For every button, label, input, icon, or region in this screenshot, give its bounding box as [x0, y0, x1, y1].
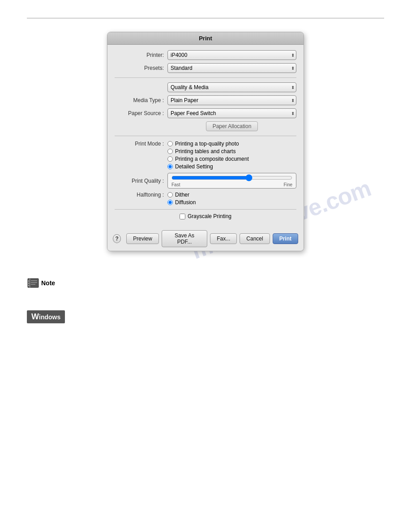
- radio-composite-label: Printing a composite document: [175, 156, 249, 162]
- paper-source-label: Paper Source :: [115, 110, 164, 116]
- note-icon-group: Note: [27, 278, 55, 288]
- printer-select[interactable]: iP4000: [167, 50, 296, 60]
- presets-select-container[interactable]: Standard ⬍: [167, 63, 296, 73]
- radio-dither-input[interactable]: [167, 192, 173, 197]
- fax-button[interactable]: Fax...: [210, 233, 237, 244]
- printer-control: iP4000 ⬍: [167, 50, 296, 60]
- slider-fine-label: Fine: [284, 182, 292, 187]
- dialog-separator: [115, 209, 296, 210]
- printer-select-container[interactable]: iP4000 ⬍: [167, 50, 296, 60]
- windows-label: indows: [39, 313, 60, 321]
- media-type-select[interactable]: Plain Paper: [167, 95, 296, 105]
- print-mode-label: Print Mode :: [115, 141, 164, 147]
- dialog-title: Print: [199, 35, 212, 42]
- dialog-wrapper: Print Printer: iP4000 ⬍: [0, 32, 411, 251]
- radio-top-quality-label: Printing a top-quality photo: [175, 141, 239, 147]
- print-quality-control: Fast Fine: [167, 173, 296, 189]
- paper-allocation-control: Paper Allocation: [167, 121, 296, 131]
- paper-allocation-row: Paper Allocation: [115, 121, 296, 131]
- radio-item-3: Printing a composite document: [167, 156, 249, 162]
- radio-dither: Dither: [167, 192, 196, 198]
- print-mode-radio-group: Printing a top-quality photo Printing ta…: [167, 141, 249, 170]
- svg-rect-2: [28, 280, 29, 282]
- media-type-row: Media Type : Plain Paper ⬍: [115, 95, 296, 105]
- help-button[interactable]: ?: [113, 234, 121, 243]
- windows-badge: W indows: [27, 310, 65, 323]
- media-type-select-container[interactable]: Plain Paper ⬍: [167, 95, 296, 105]
- paper-source-row: Paper Source : Paper Feed Switch ⬍: [115, 108, 296, 118]
- top-rule: [27, 18, 384, 18]
- quality-slider-container: Fast Fine: [167, 173, 296, 189]
- media-type-label: Media Type :: [115, 97, 164, 103]
- section-divider-2: [115, 136, 296, 136]
- quality-media-control: Quality & Media ⬍: [167, 82, 296, 92]
- svg-rect-3: [28, 283, 29, 284]
- windows-badge-inner: W indows: [27, 310, 65, 323]
- quality-slider[interactable]: [171, 175, 292, 180]
- print-quality-label: Print Quality :: [115, 178, 164, 184]
- radio-item-4: Detailed Setting: [167, 163, 249, 170]
- radio-detailed-label: Detailed Setting: [175, 163, 213, 170]
- save-as-pdf-button[interactable]: Save As PDF...: [162, 230, 207, 247]
- dialog-body: Printer: iP4000 ⬍ Presets:: [107, 45, 304, 227]
- dialog-titlebar: Print: [107, 32, 304, 45]
- grayscale-row: Grayscale Printing: [115, 213, 296, 219]
- paper-source-select[interactable]: Paper Feed Switch: [167, 108, 296, 118]
- preview-button[interactable]: Preview: [126, 233, 159, 244]
- radio-diffusion: Diffusion: [167, 199, 196, 206]
- print-mode-section: Print Mode : Printing a top-quality phot…: [115, 141, 296, 170]
- grayscale-checkbox[interactable]: [180, 214, 185, 219]
- radio-dither-label: Dither: [175, 192, 189, 198]
- printer-label: Printer:: [115, 52, 164, 58]
- radio-detailed[interactable]: [167, 164, 173, 169]
- radio-item-2: Printing tables and charts: [167, 148, 249, 154]
- halftoning-radio-group: Dither Diffusion: [167, 192, 196, 206]
- halftoning-label: Halftoning :: [115, 192, 164, 198]
- quality-media-row: Quality & Media ⬍: [115, 82, 296, 92]
- grayscale-text: Grayscale Printing: [188, 213, 231, 219]
- print-button[interactable]: Print: [273, 233, 298, 244]
- radio-tables-charts[interactable]: [167, 149, 173, 154]
- windows-w-char: W: [31, 312, 39, 322]
- dialog-buttons: ? Preview Save As PDF... Fax... Cancel P…: [107, 227, 304, 251]
- presets-select[interactable]: Standard: [167, 63, 296, 73]
- paper-source-control: Paper Feed Switch ⬍: [167, 108, 296, 118]
- paper-allocation-button[interactable]: Paper Allocation: [206, 121, 258, 131]
- slider-fast-label: Fast: [171, 182, 180, 187]
- halftoning-section: Halftoning : Dither Diffusion: [115, 192, 296, 206]
- slider-labels: Fast Fine: [171, 182, 292, 187]
- radio-diffusion-label: Diffusion: [175, 199, 196, 206]
- radio-top-quality[interactable]: [167, 141, 173, 146]
- media-type-control: Plain Paper ⬍: [167, 95, 296, 105]
- radio-diffusion-input[interactable]: [167, 200, 173, 205]
- presets-label: Presets:: [115, 65, 164, 71]
- radio-item-1: Printing a top-quality photo: [167, 141, 249, 147]
- note-section: Note: [27, 278, 384, 288]
- section-divider-1: [115, 77, 296, 78]
- paper-source-select-container[interactable]: Paper Feed Switch ⬍: [167, 108, 296, 118]
- svg-rect-4: [28, 285, 29, 286]
- quality-media-select[interactable]: Quality & Media: [167, 82, 296, 92]
- svg-rect-1: [29, 279, 30, 287]
- svg-rect-6: [31, 282, 37, 283]
- printer-row: Printer: iP4000 ⬍: [115, 50, 296, 60]
- presets-control: Standard ⬍: [167, 63, 296, 73]
- print-dialog: Print Printer: iP4000 ⬍: [107, 32, 304, 251]
- grayscale-label[interactable]: Grayscale Printing: [180, 213, 231, 219]
- page-container: manualshive.com Print Printer: iP4000: [0, 18, 411, 532]
- cancel-button[interactable]: Cancel: [240, 233, 270, 244]
- svg-rect-5: [31, 280, 37, 281]
- radio-composite[interactable]: [167, 156, 173, 162]
- note-book-icon: [27, 278, 39, 288]
- presets-row: Presets: Standard ⬍: [115, 63, 296, 73]
- print-quality-section: Print Quality : Fast Fine: [115, 173, 296, 189]
- quality-media-select-container[interactable]: Quality & Media ⬍: [167, 82, 296, 92]
- radio-tables-charts-label: Printing tables and charts: [175, 148, 235, 154]
- svg-rect-7: [31, 284, 35, 285]
- note-label: Note: [41, 279, 55, 287]
